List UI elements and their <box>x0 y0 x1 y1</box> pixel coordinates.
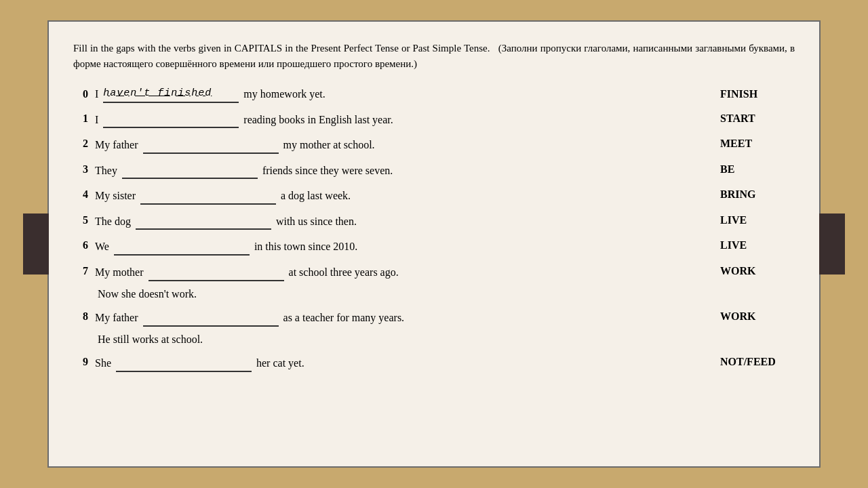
empty-num <box>73 330 92 350</box>
item-sentence: My father as a teacher for many years. <box>92 304 707 330</box>
item-verb: MEET <box>707 131 795 157</box>
answer-blank[interactable] <box>149 262 284 281</box>
item-verb: WORK <box>707 259 795 285</box>
sentence-suffix: her cat yet. <box>254 357 304 369</box>
item-sentence: She her cat yet. <box>92 350 707 375</box>
exercise-container: Fill in the gaps with the verbs given in… <box>47 20 821 468</box>
item-number: 4 <box>73 182 92 208</box>
item-sentence: My sister a dog last week. <box>92 182 707 208</box>
sentence-suffix: at school three years ago. <box>286 266 399 278</box>
sentence-prefix: My sister <box>95 190 138 201</box>
table-row: 7My mother at school three years ago.WOR… <box>73 259 795 285</box>
answer-blank[interactable] <box>143 308 279 327</box>
table-row: 9She her cat yet.NOT/FEED <box>73 350 795 375</box>
filled-answer: haven't finished <box>103 85 239 103</box>
sentence-prefix: I <box>95 114 101 125</box>
item-number: 7 <box>73 259 92 285</box>
item-verb: BE <box>707 157 795 183</box>
answer-blank[interactable] <box>116 353 252 372</box>
item-verb: WORK <box>707 304 795 330</box>
sentence-suffix: my mother at school. <box>281 139 375 150</box>
item-sentence: I reading books in English last year. <box>92 106 707 132</box>
sentence-suffix: friends since they were seven. <box>260 165 393 176</box>
item-verb: LIVE <box>707 233 795 259</box>
table-row-extra: He still works at school. <box>73 330 795 350</box>
exercise-table: 0I haven't finished my homework yet.FINI… <box>73 82 795 376</box>
item-number: 0 <box>73 82 92 106</box>
table-row: 6We in this town since 2010.LIVE <box>73 233 795 259</box>
item-verb: START <box>707 106 795 132</box>
sentence-prefix: She <box>95 357 114 369</box>
answer-blank[interactable] <box>136 211 271 230</box>
answer-blank[interactable] <box>143 135 279 154</box>
item-number: 6 <box>73 233 92 259</box>
extra-sentence: He still works at school. <box>92 330 795 350</box>
answer-blank[interactable] <box>114 237 250 256</box>
extra-sentence: Now she doesn't work. <box>92 285 795 305</box>
sentence-suffix: my homework yet. <box>241 88 325 100</box>
item-number: 9 <box>73 350 92 375</box>
table-row: 2My father my mother at school.MEET <box>73 131 795 157</box>
sentence-prefix: They <box>95 165 120 176</box>
item-verb: FINISH <box>707 82 795 106</box>
item-verb: NOT/FEED <box>707 350 795 375</box>
item-number: 2 <box>73 131 92 157</box>
table-row: 5The dog with us since then.LIVE <box>73 208 795 234</box>
sentence-suffix: with us since then. <box>273 216 357 227</box>
answer-blank[interactable] <box>122 161 258 180</box>
table-row: 3They friends since they were seven.BE <box>73 157 795 183</box>
sentence-prefix: We <box>95 241 112 252</box>
item-number: 1 <box>73 106 92 132</box>
table-row: 4My sister a dog last week.BRING <box>73 182 795 208</box>
instructions: Fill in the gaps with the verbs given in… <box>73 41 795 73</box>
item-verb: BRING <box>707 182 795 208</box>
answer-blank[interactable] <box>140 186 276 205</box>
sentence-suffix: a dog last week. <box>278 190 351 201</box>
table-row-extra: Now she doesn't work. <box>73 285 795 305</box>
item-number: 8 <box>73 304 92 330</box>
sentence-suffix: in this town since 2010. <box>252 241 357 252</box>
empty-num <box>73 285 92 305</box>
table-row: 8My father as a teacher for many years.W… <box>73 304 795 330</box>
table-row: 1I reading books in English last year.ST… <box>73 106 795 132</box>
table-row: 0I haven't finished my homework yet.FINI… <box>73 82 795 106</box>
item-number: 5 <box>73 208 92 234</box>
sentence-prefix: My mother <box>95 266 146 278</box>
sentence-suffix: as a teacher for many years. <box>281 312 405 323</box>
item-sentence: The dog with us since then. <box>92 208 707 234</box>
answer-blank[interactable] <box>103 110 239 129</box>
item-sentence: My father my mother at school. <box>92 131 707 157</box>
item-verb: LIVE <box>707 208 795 234</box>
item-sentence: We in this town since 2010. <box>92 233 707 259</box>
sentence-suffix: reading books in English last year. <box>241 114 393 125</box>
sentence-prefix: I <box>95 88 101 100</box>
sentence-prefix: The dog <box>95 216 134 227</box>
item-sentence: I haven't finished my homework yet. <box>92 82 707 106</box>
instructions-english: Fill in the gaps with the verbs given in… <box>73 43 490 54</box>
item-sentence: My mother at school three years ago. <box>92 259 707 285</box>
sentence-prefix: My father <box>95 312 141 323</box>
item-number: 3 <box>73 157 92 183</box>
item-sentence: They friends since they were seven. <box>92 157 707 183</box>
sentence-prefix: My father <box>95 139 141 150</box>
